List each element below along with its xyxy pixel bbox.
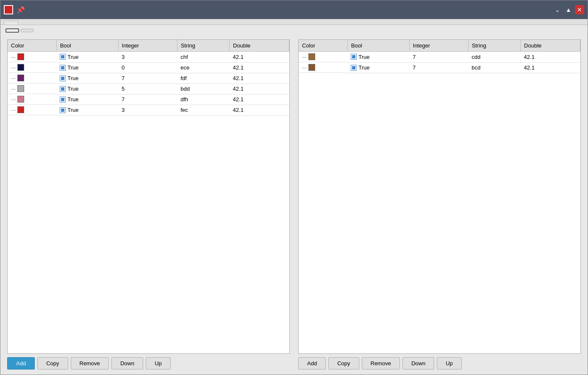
table-row[interactable]: —True5bdd42.1 [8,83,289,94]
right-col-color: Color [299,40,347,52]
bool-value: True [60,54,115,60]
table-row[interactable]: —True7dfh42.1 [8,94,289,105]
row-handle[interactable]: — [11,97,16,102]
bool-cell: True [56,73,118,83]
color-swatch [308,64,315,71]
row-handle[interactable]: — [302,65,307,70]
undo-button[interactable] [6,28,19,33]
table-row[interactable]: —True0ece42.1 [8,62,289,73]
left-add-button[interactable]: Add [7,357,35,369]
left-col-string: String [177,40,229,52]
left-table-container: Color Bool Integer String Double —True3c… [7,39,290,354]
right-up-button[interactable]: Up [437,357,462,369]
right-col-integer: Integer [409,40,468,52]
string-cell: chf [177,52,229,63]
color-cell: — [8,62,56,73]
bool-value: True [351,54,406,60]
maximize-button[interactable]: ▲ [564,5,573,14]
left-copy-button[interactable]: Copy [37,357,68,369]
checkbox-icon [60,65,66,71]
double-cell: 42.1 [230,94,289,105]
integer-cell: 7 [409,62,468,73]
string-cell: bdd [177,83,229,94]
close-button[interactable]: ✕ [575,5,584,14]
bool-value: True [60,75,115,81]
left-remove-button[interactable]: Remove [71,357,109,369]
integer-cell: 3 [118,52,177,63]
bool-value: True [60,86,115,92]
left-col-color: Color [8,40,56,52]
color-cell: — [8,73,56,83]
row-handle[interactable]: — [302,54,307,59]
app-icon [4,5,13,14]
row-handle[interactable]: — [11,65,16,70]
color-swatch [17,96,24,103]
color-cell: — [8,52,56,62]
bool-cell: True [56,105,118,115]
color-cell: — [8,83,56,94]
left-table: Color Bool Integer String Double —True3c… [8,40,289,116]
integer-cell: 0 [118,62,177,73]
right-col-double: Double [521,40,580,52]
integer-cell: 7 [118,94,177,105]
string-cell: ece [177,62,229,73]
checkbox-icon [60,54,66,60]
integer-cell: 7 [409,52,468,63]
right-copy-button[interactable]: Copy [328,357,359,369]
row-handle[interactable]: — [11,86,16,91]
left-up-button[interactable]: Up [146,357,171,369]
double-cell: 42.1 [521,52,580,63]
left-table-header: Color Bool Integer String Double [8,40,289,52]
row-handle[interactable]: — [11,75,16,81]
checkbox-icon [60,75,66,81]
checkbox-icon [60,107,66,113]
table-row[interactable]: —True7bcd42.1 [299,62,580,73]
row-handle[interactable]: — [11,107,16,112]
string-cell: dfh [177,94,229,105]
pin-icon: 📌 [17,6,25,14]
double-cell: 42.1 [230,73,289,83]
bool-value: True [351,64,406,71]
table-row[interactable]: —True3chf42.1 [8,52,289,63]
toolbar [0,25,588,36]
bool-cell: True [347,62,409,73]
left-col-double: Double [230,40,289,52]
titlebar-left: 📌 [4,5,25,14]
window-controls: ⌄ ▲ ✕ [553,5,584,14]
table-row[interactable]: —True3fec42.1 [8,105,289,115]
color-swatch [17,64,24,71]
table-row[interactable]: —True7cdd42.1 [299,52,580,63]
right-add-button[interactable]: Add [298,357,326,369]
tab-drag-and-move[interactable] [4,21,18,25]
left-down-button[interactable]: Down [111,357,143,369]
minimize-button[interactable]: ⌄ [553,5,562,14]
color-swatch [17,106,24,113]
string-cell: cdd [468,52,520,63]
color-swatch [17,53,24,60]
color-cell: — [299,52,347,62]
double-cell: 42.1 [230,52,289,63]
right-action-bar: Add Copy Remove Down Up [298,354,581,371]
color-cell: — [8,105,56,115]
checkbox-icon [351,54,357,60]
bool-cell: True [347,52,409,63]
bool-value: True [60,64,115,71]
main-content: Color Bool Integer String Double —True3c… [0,36,588,375]
color-cell: — [299,62,347,73]
right-down-button[interactable]: Down [402,357,434,369]
right-col-string: String [468,40,520,52]
row-handle[interactable]: — [11,54,16,59]
checkbox-icon [60,86,66,92]
redo-button[interactable] [21,29,33,32]
bool-value: True [60,96,115,103]
checkbox-icon [351,65,357,71]
integer-cell: 5 [118,83,177,94]
left-col-integer: Integer [118,40,177,52]
right-table-container: Color Bool Integer String Double —True7c… [298,39,581,354]
table-row[interactable]: —True7fdf42.1 [8,73,289,83]
checkbox-icon [60,97,66,103]
right-remove-button[interactable]: Remove [362,357,400,369]
bool-cell: True [56,62,118,73]
bool-value: True [60,107,115,113]
bool-cell: True [56,94,118,105]
